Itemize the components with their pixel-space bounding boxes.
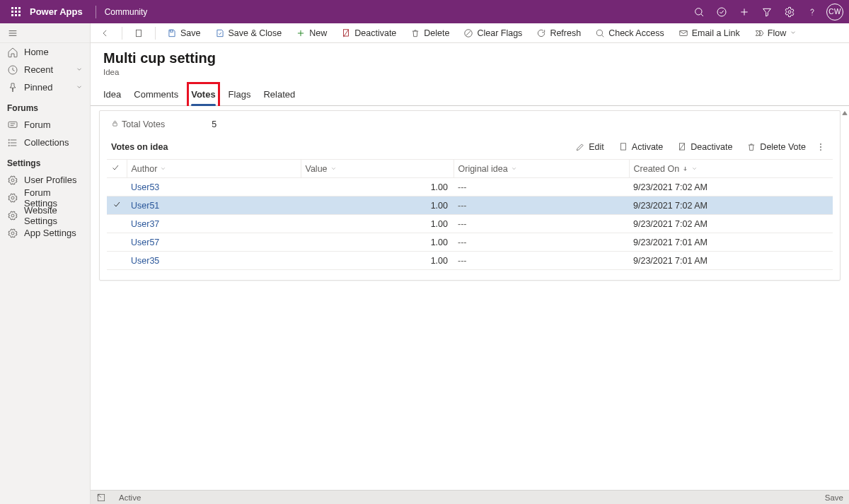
refresh-button[interactable]: Refresh <box>531 23 587 43</box>
grid-activate-label: Activate <box>632 142 663 152</box>
grid-delete-label: Delete Vote <box>760 142 806 152</box>
total-votes-row: Total Votes 5 <box>107 118 833 138</box>
tab-votes[interactable]: Votes <box>191 86 215 105</box>
row-selector[interactable] <box>107 197 127 215</box>
tab-related[interactable]: Related <box>263 86 295 105</box>
tab-comments[interactable]: Comments <box>134 86 178 105</box>
lock-icon <box>111 119 119 129</box>
author-link[interactable]: User35 <box>131 256 159 266</box>
cell-value: 1.00 <box>301 178 454 197</box>
svg-point-41 <box>820 146 821 148</box>
grid-deactivate-button[interactable]: Deactivate <box>670 139 739 155</box>
save-close-button[interactable]: Save & Close <box>209 23 288 43</box>
app-area-label[interactable]: Community <box>105 7 148 17</box>
svg-point-18 <box>8 139 9 140</box>
table-row[interactable]: User531.00---9/23/2021 7:02 AM <box>107 178 833 197</box>
svg-point-19 <box>8 142 9 143</box>
row-selector[interactable] <box>107 233 127 252</box>
nav-app-settings[interactable]: App Settings <box>0 224 90 242</box>
settings-icon[interactable] <box>778 0 801 23</box>
nav-section-forums: Forums <box>0 96 90 116</box>
svg-rect-37 <box>620 143 625 150</box>
user-avatar[interactable]: CW <box>826 4 843 20</box>
column-created-on-label: Created On <box>634 164 680 174</box>
nav-collapse-icon[interactable] <box>0 23 90 43</box>
entity-name: Idea <box>103 68 836 76</box>
grid-activate-button[interactable]: Activate <box>611 139 670 155</box>
column-author[interactable]: Author <box>127 160 301 178</box>
clock-icon <box>7 64 18 76</box>
save-button[interactable]: Save <box>161 23 207 43</box>
deactivate-button[interactable]: Deactivate <box>335 23 402 43</box>
table-row[interactable]: User351.00---9/23/2021 7:01 AM <box>107 252 833 270</box>
svg-point-2 <box>717 8 726 16</box>
flow-button[interactable]: Flow <box>749 23 802 43</box>
cell-original-idea: --- <box>454 252 629 270</box>
author-link[interactable]: User57 <box>131 238 159 247</box>
row-selector[interactable] <box>107 178 127 197</box>
nav-pinned[interactable]: Pinned <box>0 78 90 96</box>
chevron-down-icon <box>76 82 83 93</box>
table-row[interactable]: User371.00---9/23/2021 7:02 AM <box>107 215 833 233</box>
column-value-label: Value <box>306 164 328 174</box>
new-button[interactable]: New <box>290 23 333 43</box>
email-link-button[interactable]: Email a Link <box>673 23 746 43</box>
task-icon[interactable] <box>710 0 733 23</box>
grid-delete-button[interactable]: Delete Vote <box>739 139 813 155</box>
cell-original-idea: --- <box>454 178 629 197</box>
table-row[interactable]: User571.00---9/23/2021 7:01 AM <box>107 233 833 252</box>
column-select-all[interactable] <box>107 160 127 178</box>
author-link[interactable]: User53 <box>131 182 159 192</box>
nav-user-profiles[interactable]: User Profiles <box>0 171 90 189</box>
nav-forum-label: Forum <box>24 119 51 130</box>
gear-icon <box>7 192 18 204</box>
grid-edit-button[interactable]: Edit <box>568 139 611 155</box>
nav-home[interactable]: Home <box>0 43 90 61</box>
gear-icon <box>7 210 18 221</box>
row-selector[interactable] <box>107 252 127 270</box>
tab-idea[interactable]: Idea <box>103 86 121 105</box>
nav-forum-settings[interactable]: Forum Settings <box>0 189 90 206</box>
record-set-icon[interactable] <box>128 23 149 43</box>
row-selector[interactable] <box>107 215 127 233</box>
column-created-on[interactable]: Created On <box>629 160 833 178</box>
search-icon[interactable] <box>688 0 710 23</box>
statusbar-save-button[interactable]: Save <box>822 493 843 502</box>
chevron-down-icon <box>790 28 797 38</box>
email-link-label: Email a Link <box>692 28 740 38</box>
add-icon[interactable] <box>733 0 756 23</box>
filter-icon[interactable] <box>756 0 778 23</box>
delete-button[interactable]: Delete <box>405 23 455 43</box>
author-link[interactable]: User51 <box>131 201 159 211</box>
cell-author: User53 <box>127 178 301 197</box>
save-close-label: Save & Close <box>229 28 282 38</box>
help-icon[interactable] <box>801 0 824 23</box>
cell-value: 1.00 <box>301 252 454 270</box>
svg-point-42 <box>820 149 821 151</box>
gear-icon <box>7 175 18 186</box>
page-title: Multi cup setting <box>103 50 836 66</box>
author-link[interactable]: User37 <box>131 219 159 229</box>
svg-rect-25 <box>137 30 142 36</box>
column-value[interactable]: Value <box>301 160 454 178</box>
nav-collections[interactable]: Collections <box>0 134 90 151</box>
cell-created-on: 9/23/2021 7:02 AM <box>629 178 833 197</box>
back-button[interactable] <box>95 23 116 43</box>
tab-flags[interactable]: Flags <box>229 86 251 105</box>
grid-more-icon[interactable] <box>813 142 828 152</box>
delete-label: Delete <box>424 28 449 38</box>
table-row[interactable]: User511.00---9/23/2021 7:02 AM <box>107 197 833 215</box>
nav-recent[interactable]: Recent <box>0 61 90 78</box>
record-header: Multi cup setting Idea <box>91 43 849 81</box>
list-icon <box>7 137 18 148</box>
column-original-idea[interactable]: Original idea <box>454 160 629 178</box>
clear-flags-button[interactable]: Clear Flags <box>458 23 528 43</box>
status-bar: Active Save <box>91 490 849 504</box>
nav-forum[interactable]: Forum <box>0 116 90 134</box>
app-launcher-icon[interactable] <box>6 7 25 16</box>
nav-website-settings[interactable]: Website Settings <box>0 206 90 224</box>
popout-icon[interactable] <box>96 493 106 503</box>
header-divider <box>96 6 96 18</box>
check-access-button[interactable]: Check Access <box>589 23 670 43</box>
svg-rect-36 <box>113 123 117 126</box>
